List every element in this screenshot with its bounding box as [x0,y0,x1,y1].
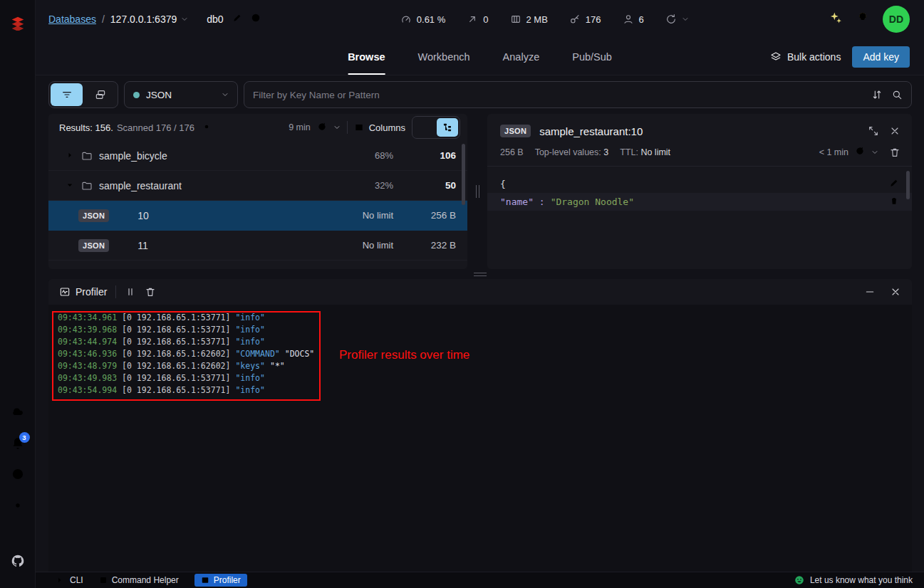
group-percent: 68% [315,150,393,161]
refresh-settings-button[interactable] [333,124,341,131]
key-group-row-sample-restaurant[interactable]: sample_restaurant 32% 50 [48,171,467,201]
key-type-select[interactable]: JSON [124,81,238,108]
tab-workbench[interactable]: Workbench [418,38,470,75]
metric-keys-value: 176 [586,14,601,25]
delete-key-button[interactable] [889,147,900,158]
key-details-name[interactable]: sample_restaurant:10 [539,125,643,137]
layers-icon [770,51,782,63]
breadcrumb-separator: / [102,14,105,25]
support-button[interactable] [11,467,25,484]
feedback-button[interactable]: Let us know what you think [794,575,913,585]
key-group-row-sample-bicycle[interactable]: sample_bicycle 68% 106 [48,141,467,171]
columns-button[interactable]: Columns [354,122,405,133]
key-type-value: JSON [146,90,172,100]
json-type-dot [133,92,140,98]
key-search-input[interactable] [253,90,863,100]
copilot-button[interactable] [829,11,843,28]
key-list-scrollbar[interactable] [462,144,465,205]
cli-button[interactable]: CLI [57,575,83,585]
avatar[interactable]: DD [883,6,910,33]
profiler-icon [59,286,71,298]
group-mode-button[interactable] [84,83,116,106]
profiler-title-label: Profiler [76,286,107,298]
minimize-profiler-button[interactable] [864,286,876,298]
key-ttl: No limit [315,240,393,251]
refresh-details-settings-button[interactable] [871,149,878,156]
annotation-text: Profiler results over time [339,349,469,361]
tab-pubsub[interactable]: Pub/Sub [572,38,612,75]
metrics-bar: 0.61 % 0 2 MB 176 6 [400,14,689,25]
refresh-keys-button[interactable] [317,122,327,134]
key-row-11[interactable]: JSON 11 No limit 232 B [48,231,467,261]
key-details-panel: JSON sample_restaurant:10 256 B [487,114,912,269]
group-keys-icon [95,89,106,100]
pencil-icon [232,13,242,23]
close-details-button[interactable] [889,125,900,137]
notifications-button[interactable]: 3 [11,436,25,453]
key-details-meta: 256 B Top-level values: 3 TTL: No limit … [487,137,912,167]
metrics-refresh-button[interactable] [665,14,689,25]
panel-resizer-vertical[interactable] [467,114,487,269]
list-view-icon [420,122,430,132]
json-viewer-scrollbar[interactable] [906,171,910,199]
chevron-right-icon[interactable] [66,150,81,162]
settings-button[interactable] [11,498,25,515]
browser-panels: Results: 156. Scanned 176 / 176 9 min [48,114,912,269]
redis-logo[interactable] [11,16,25,33]
refresh-details-button[interactable] [855,146,865,158]
json-root-line[interactable]: { [487,175,912,193]
edit-json-button[interactable] [889,178,899,190]
command-helper-button[interactable]: Command Helper [99,575,179,585]
database-selector[interactable]: 127.0.0.1:6379 [110,14,188,25]
pause-icon [125,286,136,298]
expand-details-button[interactable] [868,125,879,137]
scan-settings-button[interactable] [202,122,212,134]
edit-alias-button[interactable] [232,13,242,26]
smiley-icon [794,575,804,585]
profiler-panel: Profiler [48,279,912,572]
refresh-icon [665,14,677,25]
support-icon [11,467,25,481]
ttl-value[interactable]: No limit [640,147,670,157]
ttl-label: TTL: [620,147,638,157]
github-button[interactable] [11,554,25,571]
log-line: 09:43:48.979[0 192.168.65.1:62602]"keys"… [58,360,912,372]
key-icon [569,14,581,25]
key-list-header-right: 9 min Columns [289,116,460,139]
add-key-button[interactable]: Add key [852,46,910,68]
info-icon [251,13,261,23]
bulk-actions-button[interactable]: Bulk actions [770,51,841,63]
list-view-button[interactable] [414,118,435,137]
json-field-line[interactable]: "name" : "Dragon Noodle" [487,193,912,211]
close-profiler-button[interactable] [890,286,901,298]
tab-browse[interactable]: Browse [348,38,385,75]
filter-mode-button[interactable] [51,83,83,106]
breadcrumb-databases-link[interactable]: Databases [48,14,96,25]
key-size: 256 B [393,210,456,221]
key-row-10[interactable]: JSON 10 No limit 256 B [48,201,467,231]
cloud-button[interactable] [11,404,25,421]
json-type-badge: JSON [78,209,109,222]
tree-view-button[interactable] [437,118,458,137]
insights-button[interactable] [856,11,870,28]
group-name: sample_bicycle [99,150,315,162]
folder-icon [81,150,93,162]
delete-field-button[interactable] [889,196,899,208]
profiler-log-area[interactable]: 09:43:34.961[0 192.168.65.1:53771]"info"… [48,305,912,572]
github-icon [11,554,25,568]
metric-commands-value: 0 [483,14,488,25]
module-tabs-bar: Browse Workbench Analyze Pub/Sub Bulk ac… [36,38,924,75]
profiler-toggle-button[interactable]: Profiler [194,574,247,587]
chevron-down-icon [682,16,689,23]
key-name: 10 [137,210,315,221]
clear-profiler-button[interactable] [145,286,156,298]
panel-resizer-horizontal[interactable] [48,269,912,279]
pause-profiler-button[interactable] [125,286,136,298]
metric-cpu-value: 0.61 % [417,14,445,25]
tab-analyze[interactable]: Analyze [503,38,540,75]
command-helper-icon [99,576,108,584]
db-info-button[interactable] [251,13,261,26]
columns-icon [354,122,364,132]
chevron-down-icon[interactable] [66,180,81,191]
close-icon [889,125,900,137]
